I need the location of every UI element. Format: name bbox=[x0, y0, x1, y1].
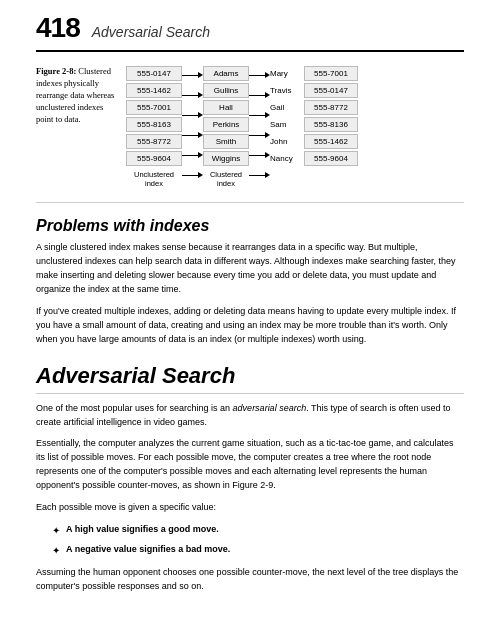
right-name: John bbox=[270, 137, 302, 146]
figure-caption: Figure 2-8: Clustered indexes physically… bbox=[36, 66, 116, 188]
left-arrows bbox=[182, 66, 203, 184]
unclustered-label: Unclustered index bbox=[126, 170, 182, 188]
arrow bbox=[249, 66, 270, 84]
figure-section: Figure 2-8: Clustered indexes physically… bbox=[36, 66, 464, 188]
chapter-title: Adversarial Search bbox=[92, 24, 210, 40]
arrow bbox=[182, 126, 203, 144]
key-cell: 555-9604 bbox=[126, 151, 182, 166]
problems-paragraph-1: A single clustered index makes sense bec… bbox=[36, 241, 464, 297]
bullet-diamond-icon: ✦ bbox=[52, 523, 60, 539]
right-row: Nancy 555-9604 bbox=[270, 151, 358, 166]
arrow bbox=[249, 106, 270, 124]
key-cell: 555-1462 bbox=[126, 83, 182, 98]
clustered-label: Clustered index bbox=[203, 170, 249, 188]
right-phone: 555-7001 bbox=[304, 66, 358, 81]
right-data-column: Mary 555-7001 Travis 555-0147 Gail 555-8… bbox=[270, 66, 358, 166]
adversarial-paragraph-1: One of the most popular uses for searchi… bbox=[36, 402, 464, 430]
right-phone: 555-1462 bbox=[304, 134, 358, 149]
figure-content: 555-0147 555-1462 555-7001 555-8163 555-… bbox=[126, 66, 464, 188]
page-header: 418 Adversarial Search bbox=[36, 0, 464, 52]
name-cell: Adams bbox=[203, 66, 249, 81]
name-cell: Gullins bbox=[203, 83, 249, 98]
key-cell: 555-7001 bbox=[126, 100, 182, 115]
right-phone: 555-9604 bbox=[304, 151, 358, 166]
arrow bbox=[249, 146, 270, 164]
arrow bbox=[182, 166, 203, 184]
right-name: Mary bbox=[270, 69, 302, 78]
left-key-column: 555-0147 555-1462 555-7001 555-8163 555-… bbox=[126, 66, 182, 188]
name-cell: Perkins bbox=[203, 117, 249, 132]
adversarial-paragraph-2: Essentially, the computer analyzes the c… bbox=[36, 437, 464, 493]
key-cell: 555-0147 bbox=[126, 66, 182, 81]
arrow bbox=[182, 146, 203, 164]
name-cell: Wiggins bbox=[203, 151, 249, 166]
arrow bbox=[249, 166, 270, 184]
right-row: Sam 555-8136 bbox=[270, 117, 358, 132]
adversarial-paragraph-3: Each possible move is given a specific v… bbox=[36, 501, 464, 515]
name-column: Adams Gullins Hall Perkins Smith Wiggins… bbox=[203, 66, 249, 188]
bullet-diamond-icon: ✦ bbox=[52, 543, 60, 559]
problems-section-title: Problems with indexes bbox=[36, 217, 464, 235]
list-item: ✦ A negative value signifies a bad move. bbox=[52, 543, 464, 559]
arrow bbox=[182, 66, 203, 84]
name-cell: Hall bbox=[203, 100, 249, 115]
bullet-list: ✦ A high value signifies a good move. ✦ … bbox=[52, 523, 464, 558]
name-cell: Smith bbox=[203, 134, 249, 149]
key-cell: 555-8772 bbox=[126, 134, 182, 149]
right-row: Travis 555-0147 bbox=[270, 83, 358, 98]
key-cell: 555-8163 bbox=[126, 117, 182, 132]
arrow bbox=[182, 86, 203, 104]
right-arrows bbox=[249, 66, 270, 184]
adversarial-section-title: Adversarial Search bbox=[36, 363, 464, 394]
right-row: Gail 555-8772 bbox=[270, 100, 358, 115]
right-row: John 555-1462 bbox=[270, 134, 358, 149]
section-divider bbox=[36, 202, 464, 203]
arrow bbox=[249, 86, 270, 104]
right-name: Gail bbox=[270, 103, 302, 112]
arrow bbox=[249, 126, 270, 144]
right-row: Mary 555-7001 bbox=[270, 66, 358, 81]
list-item: ✦ A high value signifies a good move. bbox=[52, 523, 464, 539]
right-phone: 555-0147 bbox=[304, 83, 358, 98]
figure-label: Figure 2-8: bbox=[36, 66, 76, 76]
bullet-text: A negative value signifies a bad move. bbox=[66, 543, 230, 557]
right-phone: 555-8136 bbox=[304, 117, 358, 132]
right-name: Sam bbox=[270, 120, 302, 129]
adversarial-last-paragraph: Assuming the human opponent chooses one … bbox=[36, 566, 464, 594]
problems-paragraph-2: If you've created multiple indexes, addi… bbox=[36, 305, 464, 347]
right-phone: 555-8772 bbox=[304, 100, 358, 115]
page-container: 418 Adversarial Search Figure 2-8: Clust… bbox=[0, 0, 500, 626]
arrow bbox=[182, 106, 203, 124]
bullet-text: A high value signifies a good move. bbox=[66, 523, 219, 537]
right-name: Travis bbox=[270, 86, 302, 95]
right-name: Nancy bbox=[270, 154, 302, 163]
page-number: 418 bbox=[36, 12, 80, 44]
